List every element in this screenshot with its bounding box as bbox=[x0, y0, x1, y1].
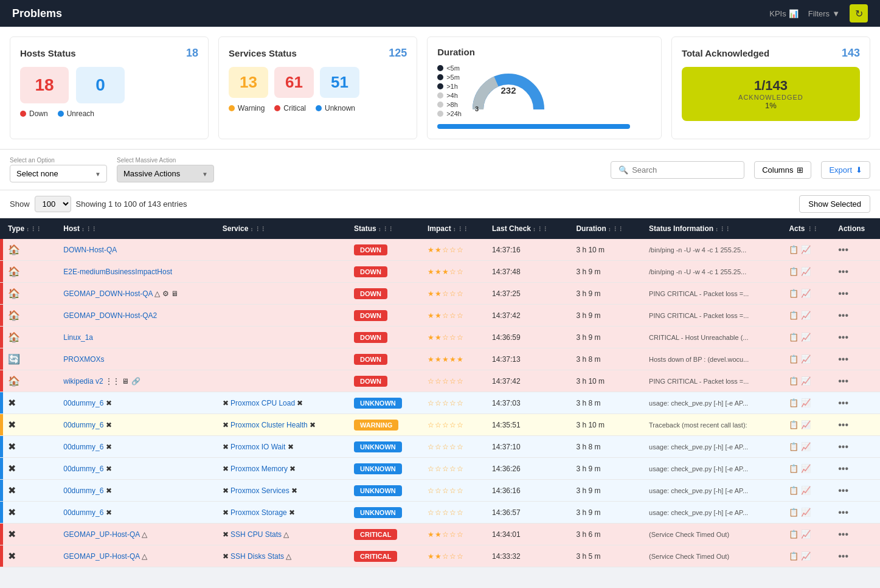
row-acts[interactable]: 📋📈 bbox=[784, 327, 833, 348]
service-link[interactable]: SSH CPU Stats bbox=[230, 530, 282, 539]
ack-icon[interactable]: 📋 bbox=[789, 530, 799, 539]
row-service[interactable]: ✖ Proxmox CPU Load ✖ bbox=[218, 392, 349, 414]
row-host[interactable]: E2E-mediumBusinessImpactHost bbox=[58, 261, 217, 283]
actions-menu[interactable]: ••• bbox=[838, 507, 848, 517]
graph-icon[interactable]: 📈 bbox=[801, 552, 811, 561]
row-actions[interactable]: ••• bbox=[833, 239, 880, 261]
host-link[interactable]: 00dummy_6 bbox=[63, 465, 103, 473]
row-actions[interactable]: ••• bbox=[833, 392, 880, 414]
row-acts[interactable]: 📋📈 bbox=[784, 545, 833, 567]
graph-icon[interactable]: 📈 bbox=[801, 442, 811, 451]
graph-icon[interactable]: 📈 bbox=[801, 420, 811, 429]
service-link[interactable]: SSH Disks Stats bbox=[230, 552, 284, 561]
actions-menu[interactable]: ••• bbox=[838, 485, 848, 496]
ack-icon[interactable]: 📋 bbox=[789, 508, 799, 517]
host-link[interactable]: 00dummy_6 bbox=[63, 508, 103, 517]
service-link[interactable]: Proxmox Storage bbox=[230, 508, 287, 517]
row-actions[interactable]: ••• bbox=[833, 502, 880, 524]
row-service[interactable]: ✖ Proxmox Services ✖ bbox=[218, 480, 349, 502]
export-button[interactable]: Export ⬇ bbox=[821, 161, 870, 179]
row-acts[interactable]: 📋📈 bbox=[784, 414, 833, 436]
row-host[interactable]: 00dummy_6 ✖ bbox=[58, 414, 217, 436]
type-col-header[interactable]: Type ↕ ⋮⋮ bbox=[3, 218, 58, 239]
ack-icon[interactable]: 📋 bbox=[789, 267, 799, 276]
graph-icon[interactable]: 📈 bbox=[801, 486, 811, 495]
actions-menu[interactable]: ••• bbox=[838, 529, 848, 539]
massive-action-select[interactable]: Massive Actions bbox=[117, 165, 214, 182]
acts-col-header[interactable]: Acts ⋮⋮ bbox=[784, 218, 833, 239]
graph-icon[interactable]: 📈 bbox=[801, 245, 811, 254]
row-service[interactable]: ✖ SSH Disks Stats △ bbox=[218, 545, 349, 567]
ack-icon[interactable]: 📋 bbox=[789, 245, 799, 254]
row-host[interactable]: GEOMAP_DOWN-Host-QA △ ⚙ 🖥 bbox=[58, 283, 217, 305]
row-acts[interactable]: 📋📈 bbox=[784, 524, 833, 545]
row-host[interactable]: GEOMAP_DOWN-Host-QA2 bbox=[58, 305, 217, 327]
row-actions[interactable]: ••• bbox=[833, 524, 880, 545]
actions-menu[interactable]: ••• bbox=[838, 332, 848, 342]
service-link[interactable]: Proxmox Memory bbox=[230, 465, 288, 473]
service-link[interactable]: Proxmox Cluster Health bbox=[230, 421, 308, 429]
actions-menu[interactable]: ••• bbox=[838, 441, 848, 452]
host-link[interactable]: GEOMAP_DOWN-Host-QA2 bbox=[63, 311, 157, 320]
graph-icon[interactable]: 📈 bbox=[801, 333, 811, 342]
graph-icon[interactable]: 📈 bbox=[801, 398, 811, 407]
row-acts[interactable]: 📋📈 bbox=[784, 239, 833, 261]
row-acts[interactable]: 📋📈 bbox=[784, 305, 833, 327]
host-link[interactable]: Linux_1a bbox=[63, 333, 93, 342]
kpis-button[interactable]: KPIs 📊 bbox=[769, 9, 798, 18]
row-actions[interactable]: ••• bbox=[833, 414, 880, 436]
row-acts[interactable]: 📋📈 bbox=[784, 502, 833, 524]
row-acts[interactable]: 📋📈 bbox=[784, 480, 833, 502]
graph-icon[interactable]: 📈 bbox=[801, 530, 811, 539]
graph-icon[interactable]: 📈 bbox=[801, 311, 811, 320]
row-actions[interactable]: ••• bbox=[833, 283, 880, 305]
host-link[interactable]: GEOMAP_DOWN-Host-QA bbox=[63, 289, 153, 298]
actions-menu[interactable]: ••• bbox=[838, 266, 848, 277]
host-link[interactable]: GEOMAP_UP-Host-QA bbox=[63, 530, 139, 539]
actions-menu[interactable]: ••• bbox=[838, 420, 848, 430]
show-select[interactable]: 100 50 25 bbox=[35, 196, 71, 212]
ack-icon[interactable]: 📋 bbox=[789, 442, 799, 451]
graph-icon[interactable]: 📈 bbox=[801, 355, 811, 364]
row-host[interactable]: DOWN-Host-QA bbox=[58, 239, 217, 261]
massive-action-wrapper[interactable]: Massive Actions bbox=[117, 165, 214, 182]
search-box[interactable]: 🔍 bbox=[611, 161, 744, 179]
row-acts[interactable]: 📋📈 bbox=[784, 261, 833, 283]
host-link[interactable]: PROXMOXs bbox=[63, 355, 104, 364]
lastcheck-col-header[interactable]: Last Check ↕ ⋮⋮ bbox=[487, 218, 571, 239]
graph-icon[interactable]: 📈 bbox=[801, 464, 811, 473]
ack-icon[interactable]: 📋 bbox=[789, 311, 799, 320]
row-acts[interactable]: 📋📈 bbox=[784, 283, 833, 305]
select-option-select[interactable]: Select none bbox=[10, 165, 107, 182]
host-link[interactable]: 00dummy_6 bbox=[63, 421, 103, 429]
select-option-wrapper[interactable]: Select none bbox=[10, 165, 107, 182]
row-acts[interactable]: 📋📈 bbox=[784, 348, 833, 370]
graph-icon[interactable]: 📈 bbox=[801, 508, 811, 517]
service-link[interactable]: Proxmox CPU Load bbox=[230, 399, 295, 407]
graph-icon[interactable]: 📈 bbox=[801, 267, 811, 276]
row-actions[interactable]: ••• bbox=[833, 480, 880, 502]
show-selected-button[interactable]: Show Selected bbox=[799, 195, 870, 213]
host-link[interactable]: 00dummy_6 bbox=[63, 399, 103, 407]
ack-icon[interactable]: 📋 bbox=[789, 376, 799, 386]
row-host[interactable]: GEOMAP_UP-Host-QA △ bbox=[58, 545, 217, 567]
host-col-header[interactable]: Host ↕ ⋮⋮ bbox=[58, 218, 217, 239]
ack-icon[interactable]: 📋 bbox=[789, 289, 799, 298]
actions-menu[interactable]: ••• bbox=[838, 551, 848, 561]
row-acts[interactable]: 📋📈 bbox=[784, 436, 833, 458]
row-service[interactable] bbox=[218, 327, 349, 348]
ack-icon[interactable]: 📋 bbox=[789, 355, 799, 364]
row-service[interactable] bbox=[218, 370, 349, 392]
service-col-header[interactable]: Service ↕ ⋮⋮ bbox=[218, 218, 349, 239]
ack-icon[interactable]: 📋 bbox=[789, 420, 799, 429]
service-link[interactable]: Proxmox Services bbox=[230, 486, 289, 495]
host-link[interactable]: DOWN-Host-QA bbox=[63, 246, 117, 254]
row-service[interactable] bbox=[218, 261, 349, 283]
actions-menu[interactable]: ••• bbox=[838, 288, 848, 299]
graph-icon[interactable]: 📈 bbox=[801, 289, 811, 298]
row-actions[interactable]: ••• bbox=[833, 545, 880, 567]
row-host[interactable]: 00dummy_6 ✖ bbox=[58, 502, 217, 524]
row-host[interactable]: 00dummy_6 ✖ bbox=[58, 458, 217, 480]
actions-menu[interactable]: ••• bbox=[838, 310, 848, 320]
graph-icon[interactable]: 📈 bbox=[801, 376, 811, 386]
